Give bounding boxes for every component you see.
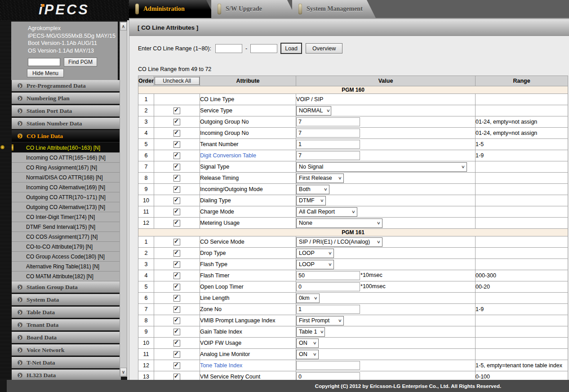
row-checkbox[interactable]: ✓ [173,317,180,324]
sidebar-subitem-co-cos-assignment-177-n[interactable]: CO COS Assignment(177) [N] [12,232,121,242]
sidebar-subitem-co-matm-attribute-182-n[interactable]: CO MATM Attribute(182) [N] [12,272,121,281]
sidebar-item-board-data[interactable]: ❯Board Data [12,332,121,343]
row-checkbox[interactable]: ✓ [173,329,180,335]
row-checkbox[interactable]: ✓ [173,197,180,204]
sidebar-item-numbering-plan[interactable]: ❯Numbering Plan [12,93,121,104]
sidebar-subitem-alternative-ring-table-181-n[interactable]: Alternative Ring Table(181) [N] [12,262,121,272]
sidebar-subitem-co-to-co-attribute-179-n[interactable]: CO-to-CO Attribute(179) [N] [12,242,121,252]
sidebar-subitem-co-line-attribute-160-163-n[interactable]: CO Line Attribute(160~163) [N] [12,143,121,153]
sidebar-subitem-dtmf-send-interval-175-n[interactable]: DTMF Send Interval(175) [N] [12,222,121,232]
sidebar-subitem-normal-disa-co-attr-168-n[interactable]: Normal/DISA CO ATTR(168) [N] [12,173,121,183]
row-range-cell: 1-9 [476,304,568,315]
row-checkbox[interactable]: ✓ [173,152,180,159]
value-input[interactable] [296,271,360,280]
sidebar-item-table-data[interactable]: ❯Table Data [12,307,121,318]
value-input[interactable] [296,282,360,291]
value-select[interactable]: DTMF∨ [296,196,326,205]
row-checkbox[interactable]: ✓ [173,239,180,245]
value-select[interactable]: Both∨ [296,185,329,194]
value-select[interactable]: ON∨ [296,350,319,359]
sidebar-subitem-incoming-co-alternative-169-n[interactable]: Incoming CO Alternative(169) [N] [12,183,121,192]
row-value-cell [296,304,476,315]
value-input[interactable] [296,151,360,160]
sidebar-subitem-outgoing-co-alternative-173-n[interactable]: Outgoing CO Alternative(173) [N] [12,202,121,212]
row-checkbox[interactable]: ✓ [173,362,180,369]
sidebar-subitem-co-ring-assignment-167-n[interactable]: CO Ring Assignment(167) [N] [12,163,121,173]
row-checkbox[interactable]: ✓ [173,306,180,313]
value-select[interactable]: All Call Report∨ [296,207,357,217]
row-checkbox[interactable]: ✓ [173,164,180,170]
row-range-cell: 1-5 [476,139,568,150]
find-pgm-button[interactable]: Find PGM [64,58,97,67]
find-pgm-input[interactable] [28,58,60,66]
sidebar-subitem-co-group-access-code-180-n[interactable]: CO Group Access Code(180) [N] [12,252,121,262]
value-select[interactable]: ON∨ [296,339,319,348]
row-checkbox[interactable]: ✓ [173,261,180,268]
value-input[interactable] [296,140,360,149]
value-input[interactable] [296,117,360,126]
tab-administration[interactable]: Administration [129,0,215,18]
sidebar-subitem-incoming-co-attr-165-166-n[interactable]: Incoming CO ATTR(165~166) [N] [12,153,121,163]
value-select[interactable]: LOOP∨ [296,260,334,269]
row-checkbox[interactable]: ✓ [173,130,180,137]
row-checkbox[interactable]: ✓ [173,107,180,114]
dropdown-arrow-icon: ∨ [313,341,317,345]
value-select[interactable]: None∨ [296,218,382,228]
row-checkbox[interactable]: ✓ [173,284,180,290]
sidebar-item-system-data[interactable]: ❯System Data [12,294,121,305]
row-checkbox[interactable]: ✓ [173,175,180,182]
sidebar-item-tenant-data[interactable]: ❯Tenant Data [12,319,121,330]
scroll-down-icon[interactable]: ∨ [120,368,127,376]
value-select[interactable]: No Signal∨ [296,162,467,172]
sidebar-item-station-number-data[interactable]: ❯Station Number Data [12,118,121,129]
sidebar-item-station-group-data[interactable]: ❯Station Group Data [12,281,121,293]
value-select[interactable]: LOOP∨ [296,249,334,258]
load-button[interactable]: Load [281,43,302,53]
sidebar-item-station-port-data[interactable]: ❯Station Port Data [12,105,121,116]
tab-system-management[interactable]: System Management [292,0,376,18]
sidebar-item-h-323-data[interactable]: ❯H.323 Data [12,370,121,381]
row-checkbox[interactable]: ✓ [173,295,180,302]
value-input[interactable] [296,305,360,314]
value-select[interactable]: SIP / PRI(E1) / LCO(Analog)∨ [296,237,382,247]
value-input[interactable] [296,372,360,380]
row-checkbox[interactable]: ✓ [173,351,180,358]
attribute-link[interactable]: Tone Table Index [200,362,242,369]
value-input[interactable] [296,129,360,138]
row-check-cell [154,94,200,105]
row-checkbox[interactable]: ✓ [173,141,180,148]
value-select[interactable]: First Prompt∨ [296,316,344,325]
sidebar-subitem-co-inter-digit-timer-174-n[interactable]: CO Inter-Digit Timer(174) [N] [12,212,121,222]
row-order: 8 [138,315,154,326]
range-to-input[interactable] [250,44,277,53]
value-select[interactable]: First Release∨ [296,174,344,183]
value-select[interactable]: Table 1∨ [296,327,325,337]
row-checkbox[interactable]: ✓ [173,119,180,125]
top-tab-bar: AdministrationS/W UpgradeSystem Manageme… [129,0,569,19]
range-from-input[interactable] [215,44,242,53]
value-input[interactable] [296,361,360,370]
sidebar-item-pre-programmed-data[interactable]: ❯Pre-Programmed Data [12,80,121,91]
tab-s-w-upgrade[interactable]: S/W Upgrade [211,0,296,18]
menu-group-label: Station Number Data [27,120,82,127]
row-checkbox[interactable]: ✓ [173,340,180,347]
sidebar-subitem-outgoing-co-attr-170-171-n[interactable]: Outgoing CO ATTR(170~171) [N] [12,192,121,202]
uncheck-all-button[interactable]: Uncheck All [155,77,200,85]
row-checkbox[interactable]: ✓ [173,186,180,193]
sidebar-item-co-line-data[interactable]: ❯CO Line Data [12,130,121,142]
row-checkbox[interactable]: ✓ [173,220,180,227]
row-checkbox[interactable]: ✓ [173,272,180,279]
value-select[interactable]: NORMAL∨ [296,106,331,116]
row-value-cell: SIP / PRI(E1) / LCO(Analog)∨ [296,236,476,248]
row-checkbox[interactable]: ✓ [173,250,180,257]
hide-menu-button[interactable]: Hide Menu [27,69,64,77]
value-select[interactable]: 0km∨ [296,294,320,303]
row-checkbox[interactable]: ✓ [173,374,180,380]
scroll-up-icon[interactable]: ∧ [120,22,127,31]
sidebar-item-voice-network[interactable]: ❯Voice Network [12,344,121,356]
sidebar-item-t-net-data[interactable]: ❯T-Net Data [12,357,121,368]
sidebar-scrollbar[interactable]: ∧ ∨ [120,22,127,377]
attribute-link[interactable]: Digit Conversion Table [200,152,256,159]
row-checkbox[interactable]: ✓ [173,209,180,215]
overview-button[interactable]: Overview [306,43,342,53]
